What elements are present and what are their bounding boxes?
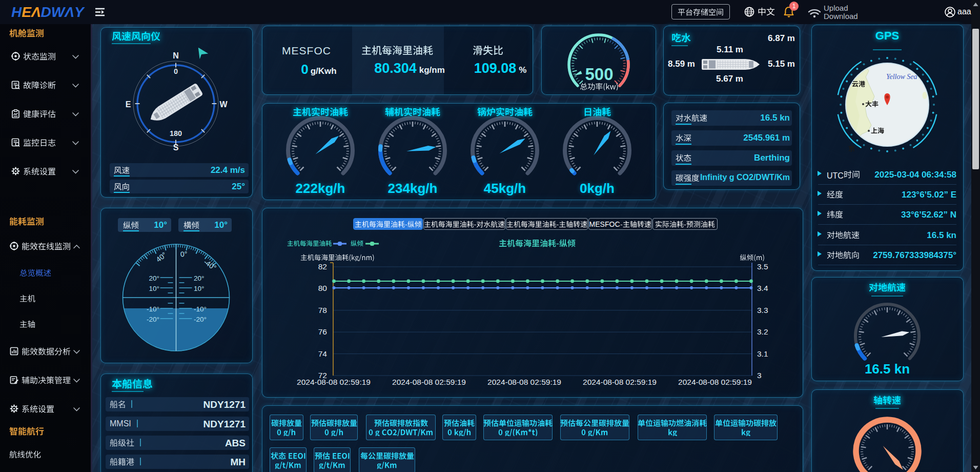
svg-text:74: 74 bbox=[318, 349, 328, 358]
svg-text:3.5: 3.5 bbox=[757, 262, 768, 271]
svg-text:2024-08-08 02:59:19: 2024-08-08 02:59:19 bbox=[297, 378, 371, 386]
svg-text:3.4: 3.4 bbox=[757, 284, 768, 292]
svg-text:3: 3 bbox=[757, 371, 762, 380]
svg-text:3.1: 3.1 bbox=[757, 349, 768, 358]
svg-text:2024-08-08 02:59:19: 2024-08-08 02:59:19 bbox=[392, 378, 466, 386]
svg-text:82: 82 bbox=[318, 262, 327, 271]
svg-text:3.2: 3.2 bbox=[757, 327, 768, 336]
svg-text:3.3: 3.3 bbox=[757, 306, 768, 314]
svg-text:76: 76 bbox=[318, 327, 327, 336]
svg-text:2024-08-08 02:59:19: 2024-08-08 02:59:19 bbox=[678, 378, 752, 386]
svg-text:2024-08-08 02:59:19: 2024-08-08 02:59:19 bbox=[583, 378, 657, 386]
svg-text:78: 78 bbox=[318, 306, 327, 314]
svg-text:80: 80 bbox=[318, 284, 328, 292]
svg-text:2024-08-08 02:59:19: 2024-08-08 02:59:19 bbox=[487, 378, 561, 386]
